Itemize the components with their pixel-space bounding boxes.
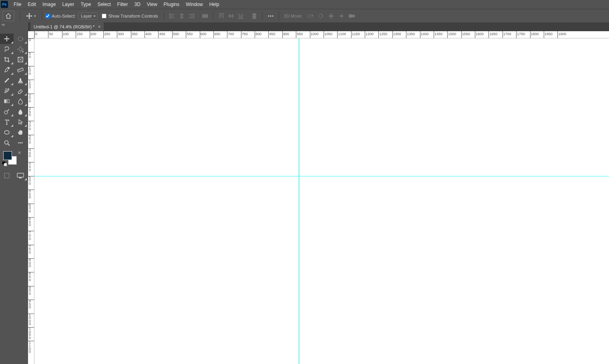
- foreground-color-swatch[interactable]: [3, 151, 12, 160]
- tool-eraser[interactable]: [14, 86, 27, 96]
- ruler-horizontal[interactable]: 0501001502002503003504004505005506006507…: [34, 31, 609, 38]
- svg-rect-33: [17, 173, 24, 177]
- swap-colors-icon[interactable]: ⤭: [18, 150, 21, 155]
- tool-frame[interactable]: [14, 54, 27, 65]
- svg-rect-18: [17, 68, 23, 72]
- tool-marquee-ellipse[interactable]: [14, 34, 27, 44]
- svg-point-14: [18, 37, 23, 41]
- svg-rect-19: [20, 78, 21, 81]
- more-options-icon[interactable]: [266, 12, 275, 20]
- tool-move[interactable]: [0, 34, 14, 44]
- menu-type[interactable]: Type: [77, 0, 94, 9]
- tool-clone-stamp[interactable]: [14, 75, 27, 86]
- move-tool-icon: [24, 11, 35, 21]
- menu-file[interactable]: File: [10, 0, 24, 9]
- document-tab-bar: Untitled-1 @ 74.4% (RGB/8#) * ×: [28, 22, 609, 31]
- svg-rect-2: [207, 14, 208, 18]
- svg-point-24: [4, 111, 8, 114]
- svg-rect-22: [4, 100, 6, 103]
- svg-rect-20: [18, 82, 23, 83]
- distribute-h-icon[interactable]: [201, 12, 209, 20]
- align-left-icon[interactable]: [168, 12, 177, 20]
- color-swatches: ⤭: [2, 150, 26, 169]
- menu-view[interactable]: View: [144, 0, 161, 9]
- distribute-v-icon[interactable]: [250, 12, 259, 20]
- tool-ellipse-shape[interactable]: [0, 127, 14, 138]
- tool-brush[interactable]: [0, 75, 14, 86]
- svg-point-10: [312, 14, 313, 16]
- menu-plugins[interactable]: Plugins: [161, 0, 183, 9]
- show-transform-checkbox[interactable]: Show Transform Controls: [102, 14, 158, 18]
- 3d-slide-icon: [337, 12, 346, 20]
- svg-rect-31: [4, 163, 7, 166]
- tool-hand[interactable]: [14, 127, 27, 138]
- auto-select-checkbox[interactable]: Auto-Select:: [45, 14, 76, 18]
- align-top-icon[interactable]: [217, 12, 226, 20]
- tool-zoom[interactable]: [0, 138, 14, 148]
- tool-history-brush[interactable]: [0, 86, 14, 96]
- menu-help[interactable]: Help: [206, 0, 223, 9]
- tool-quick-select[interactable]: [14, 44, 27, 54]
- document-tab-title: Untitled-1 @ 74.4% (RGB/8#) *: [34, 24, 94, 29]
- svg-point-27: [18, 142, 19, 143]
- 3d-pan-icon: [327, 12, 336, 20]
- home-button[interactable]: [2, 11, 14, 21]
- 3d-camera-icon: [348, 12, 356, 20]
- close-tab-icon[interactable]: ×: [98, 24, 100, 30]
- tool-gradient[interactable]: [0, 96, 14, 106]
- align-hcenter-icon[interactable]: [177, 12, 186, 20]
- tool-path-select[interactable]: [14, 117, 27, 127]
- svg-rect-17: [8, 67, 10, 69]
- tool-dodge[interactable]: [0, 106, 14, 117]
- menu-window[interactable]: Window: [183, 0, 206, 9]
- screen-mode-icon[interactable]: [14, 170, 27, 181]
- svg-point-7: [270, 15, 271, 16]
- tool-type[interactable]: [0, 117, 14, 127]
- canvas[interactable]: [34, 38, 609, 364]
- options-bar: ▾ Auto-Select: Layer Show Transform Cont…: [0, 9, 609, 22]
- svg-rect-1: [205, 14, 206, 18]
- align-vcenter-icon[interactable]: [227, 12, 235, 20]
- svg-point-15: [19, 48, 22, 51]
- guide-vertical[interactable]: [299, 38, 299, 364]
- menu-filter[interactable]: Filter: [114, 0, 131, 9]
- standard-mode-icon[interactable]: [0, 170, 14, 181]
- 3d-orbit-icon: [306, 12, 315, 20]
- guide-horizontal[interactable]: [34, 176, 609, 176]
- document-tab[interactable]: Untitled-1 @ 74.4% (RGB/8#) * ×: [30, 22, 104, 31]
- ruler-vertical[interactable]: 05 01 0 01 5 02 0 02 5 03 0 03 5 04 0 04…: [28, 38, 34, 364]
- photoshop-logo-icon: Ps: [1, 1, 8, 8]
- tool-lasso[interactable]: [0, 44, 14, 54]
- svg-point-28: [20, 142, 21, 143]
- tool-ruler-tool[interactable]: [14, 65, 27, 75]
- svg-point-8: [272, 15, 273, 16]
- menu-bar: Ps FileEditImageLayerTypeSelectFilter3DV…: [0, 0, 609, 9]
- auto-select-scope-select[interactable]: Layer: [78, 12, 98, 20]
- menu-select[interactable]: Select: [94, 0, 114, 9]
- svg-rect-32: [4, 173, 9, 178]
- default-colors-icon[interactable]: [2, 162, 7, 166]
- tool-crop[interactable]: [0, 54, 14, 65]
- ruler-origin[interactable]: [28, 31, 34, 38]
- svg-rect-13: [349, 14, 353, 18]
- svg-point-12: [341, 15, 342, 17]
- align-right-icon[interactable]: [187, 12, 196, 20]
- svg-point-25: [4, 131, 9, 134]
- collapse-panels-icon[interactable]: <<: [2, 23, 4, 27]
- svg-rect-23: [6, 100, 8, 103]
- align-bottom-icon[interactable]: [236, 12, 245, 20]
- 3d-roll-icon: [316, 12, 325, 20]
- svg-rect-4: [253, 16, 256, 17]
- svg-rect-3: [253, 14, 256, 15]
- svg-rect-5: [253, 18, 256, 19]
- menu-edit[interactable]: Edit: [24, 0, 39, 9]
- tool-more-tools[interactable]: [14, 138, 27, 148]
- tool-eyedropper[interactable]: [0, 65, 14, 75]
- menu-layer[interactable]: Layer: [59, 0, 77, 9]
- menu-image[interactable]: Image: [39, 0, 59, 9]
- menu-3d[interactable]: 3D: [131, 0, 143, 9]
- tool-blur[interactable]: [14, 96, 27, 106]
- tool-sponge[interactable]: [14, 106, 27, 117]
- chevron-down-icon[interactable]: ▾: [34, 14, 36, 18]
- tools-panel: ⤭: [0, 31, 28, 181]
